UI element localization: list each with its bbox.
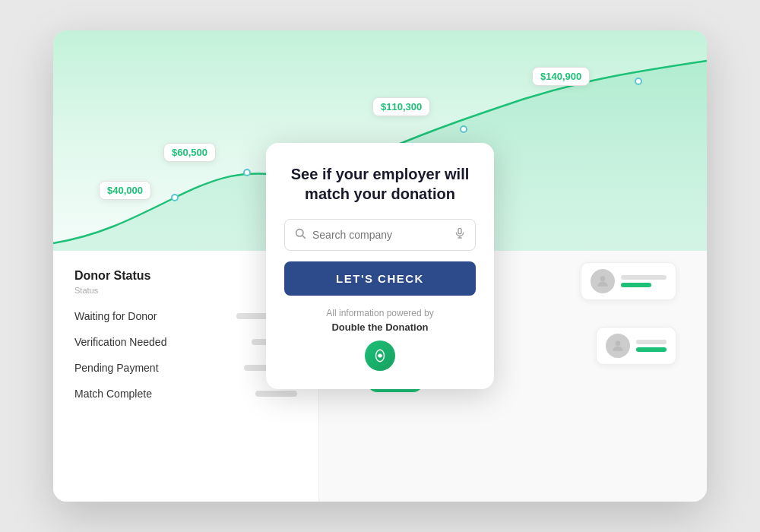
chart-dot-3 (460, 125, 467, 133)
mini-line-1b (621, 283, 651, 287)
chart-dot-4 (635, 78, 642, 85)
powered-by-text: All information powered by (284, 308, 476, 318)
search-input[interactable] (312, 229, 454, 241)
mini-line-2a (636, 340, 667, 344)
search-bar[interactable] (284, 219, 476, 251)
donor-row-3: Pending Payment (74, 362, 297, 374)
donor-row-label-3: Pending Payment (74, 362, 159, 374)
chart-dot-2 (243, 169, 251, 176)
donor-row-label-4: Match Complete (74, 388, 152, 400)
mini-avatar-1 (591, 269, 615, 293)
donor-row-2: Verification Needed (74, 336, 297, 348)
svg-point-3 (296, 230, 303, 236)
mini-card-1 (581, 262, 676, 300)
modal-title: See if your employer will match your don… (284, 164, 476, 204)
svg-rect-5 (458, 228, 461, 233)
chart-label-2: $60,500 (163, 143, 216, 162)
chart-dot-1 (171, 194, 179, 201)
donor-bar-4 (255, 391, 297, 397)
mini-lines-1 (621, 275, 667, 287)
screenshot-wrapper: $40,000 $60,500 $110,300 $140,900 Donor … (53, 30, 707, 502)
mini-line-1a (621, 275, 667, 280)
donor-row-label-2: Verification Needed (74, 336, 166, 348)
microphone-icon (454, 227, 466, 242)
lets-check-button[interactable]: LET'S CHECK (284, 261, 476, 296)
mini-lines-2 (636, 340, 667, 352)
chart-label-4: $140,900 (532, 67, 590, 86)
double-donation-logo (365, 340, 395, 371)
donor-row-label-1: Waiting for Donor (74, 310, 157, 322)
chart-label-1: $40,000 (99, 181, 151, 200)
donor-row-1: Waiting for Donor (74, 310, 297, 322)
mini-card-2 (596, 327, 676, 365)
powered-by-name: Double the Donation (284, 321, 476, 333)
mini-avatar-2 (606, 334, 630, 358)
svg-point-1 (600, 276, 606, 281)
svg-point-2 (616, 340, 621, 346)
search-icon (294, 227, 306, 242)
chart-label-3: $110,300 (372, 97, 430, 116)
employer-match-modal: See if your employer will match your don… (266, 143, 494, 389)
donor-status-subtitle: Status (74, 286, 297, 295)
donor-row-4: Match Complete (74, 388, 297, 400)
mini-line-2b (636, 347, 667, 352)
donor-status-title: Donor Status (74, 269, 297, 283)
svg-line-4 (302, 236, 306, 239)
